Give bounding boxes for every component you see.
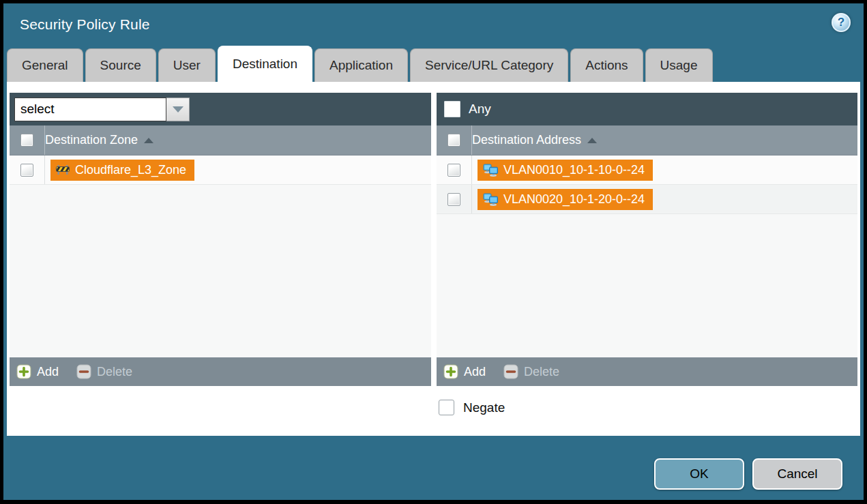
tab-application[interactable]: Application bbox=[314, 48, 408, 82]
address-item-label: VLAN0020_10-1-20-0--24 bbox=[503, 192, 645, 207]
address-list: VLAN0010_10-1-10-0--24 bbox=[437, 155, 857, 357]
destination-zone-panel: select Destination Zone bbox=[10, 93, 431, 386]
zone-select-combo: select bbox=[14, 98, 190, 121]
tab-label: Usage bbox=[660, 58, 698, 73]
cancel-button[interactable]: Cancel bbox=[752, 458, 842, 490]
security-policy-rule-dialog: Security Policy Rule ? General Source Us… bbox=[0, 0, 867, 504]
row-checkbox[interactable] bbox=[20, 164, 33, 177]
tab-label: Application bbox=[329, 58, 393, 73]
zone-list: Cloudflare_L3_Zone bbox=[10, 155, 431, 357]
minus-icon bbox=[503, 364, 518, 379]
destination-address-panel: Any Destination Address bbox=[437, 93, 857, 386]
tab-label: Destination bbox=[233, 57, 297, 72]
tab-label: General bbox=[22, 58, 68, 73]
add-zone-button[interactable]: Add bbox=[16, 364, 59, 379]
row-checkbox-cell bbox=[10, 155, 45, 184]
address-column-header[interactable]: Destination Address bbox=[437, 125, 857, 155]
delete-address-button[interactable]: Delete bbox=[503, 364, 559, 379]
table-row: VLAN0010_10-1-10-0--24 bbox=[437, 155, 857, 185]
address-select-all-cell bbox=[437, 125, 472, 155]
add-label: Add bbox=[464, 365, 486, 379]
network-address-icon bbox=[483, 164, 498, 177]
zone-column-header[interactable]: Destination Zone bbox=[10, 125, 431, 155]
tab-label: Source bbox=[100, 58, 141, 73]
address-panel-toolbar: Any bbox=[437, 93, 857, 125]
zone-select-input[interactable]: select bbox=[14, 98, 166, 121]
tab-general[interactable]: General bbox=[7, 48, 83, 82]
zone-column-title: Destination Zone bbox=[45, 133, 138, 147]
zone-select-all-cell bbox=[10, 125, 45, 155]
ok-button[interactable]: OK bbox=[654, 458, 744, 490]
address-panel-footer: Add Delete bbox=[437, 357, 857, 386]
negate-label: Negate bbox=[463, 400, 505, 415]
address-item-label: VLAN0010_10-1-10-0--24 bbox=[503, 163, 645, 177]
plus-icon bbox=[16, 364, 31, 379]
row-checkbox[interactable] bbox=[447, 193, 460, 206]
any-control: Any bbox=[441, 101, 491, 117]
row-checkbox[interactable] bbox=[447, 164, 460, 177]
tab-label: Actions bbox=[585, 58, 628, 73]
any-checkbox[interactable] bbox=[444, 101, 460, 117]
tab-actions[interactable]: Actions bbox=[570, 48, 643, 82]
help-glyph: ? bbox=[838, 16, 844, 29]
zone-barrier-icon bbox=[56, 164, 70, 175]
zone-panel-toolbar: select bbox=[10, 93, 431, 125]
zone-select-dropdown-button[interactable] bbox=[166, 98, 190, 121]
dialog-chrome: Security Policy Rule ? General Source Us… bbox=[3, 3, 864, 500]
add-label: Add bbox=[37, 365, 59, 379]
delete-label: Delete bbox=[524, 365, 559, 379]
address-select-all-checkbox[interactable] bbox=[447, 134, 460, 147]
tab-service-url-category[interactable]: Service/URL Category bbox=[410, 48, 568, 82]
tab-destination[interactable]: Destination bbox=[218, 46, 312, 82]
add-address-button[interactable]: Add bbox=[443, 364, 486, 379]
help-icon[interactable]: ? bbox=[832, 13, 851, 32]
tab-user[interactable]: User bbox=[158, 48, 216, 82]
delete-zone-button[interactable]: Delete bbox=[76, 364, 132, 379]
sort-ascending-icon bbox=[144, 138, 153, 143]
table-row: Cloudflare_L3_Zone bbox=[10, 155, 431, 185]
plus-icon bbox=[443, 364, 458, 379]
tab-bar: General Source User Destination Applicat… bbox=[7, 46, 713, 82]
negate-checkbox[interactable] bbox=[439, 400, 454, 415]
tab-label: Service/URL Category bbox=[425, 58, 553, 73]
network-address-icon bbox=[483, 193, 498, 206]
address-item-chip[interactable]: VLAN0020_10-1-20-0--24 bbox=[477, 189, 653, 210]
table-row: VLAN0020_10-1-20-0--24 bbox=[437, 185, 857, 214]
tab-usage[interactable]: Usage bbox=[645, 48, 713, 82]
tab-label: User bbox=[173, 58, 201, 73]
tab-content-destination: select Destination Zone bbox=[7, 82, 860, 436]
zone-panel-footer: Add Delete bbox=[10, 357, 431, 386]
sort-ascending-icon bbox=[587, 138, 597, 143]
delete-label: Delete bbox=[97, 365, 132, 379]
any-label: Any bbox=[469, 102, 491, 117]
chevron-down-icon bbox=[173, 106, 183, 113]
row-checkbox-cell bbox=[437, 155, 472, 184]
tab-source[interactable]: Source bbox=[85, 48, 156, 82]
zone-select-all-checkbox[interactable] bbox=[20, 134, 33, 147]
minus-icon bbox=[76, 364, 91, 379]
address-column-title: Destination Address bbox=[472, 133, 581, 147]
zone-item-chip[interactable]: Cloudflare_L3_Zone bbox=[50, 160, 194, 181]
zone-item-label: Cloudflare_L3_Zone bbox=[75, 163, 186, 177]
row-checkbox-cell bbox=[437, 185, 472, 213]
dialog-title: Security Policy Rule bbox=[20, 16, 150, 33]
negate-control: Negate bbox=[439, 400, 505, 415]
address-item-chip[interactable]: VLAN0010_10-1-10-0--24 bbox=[477, 160, 653, 181]
